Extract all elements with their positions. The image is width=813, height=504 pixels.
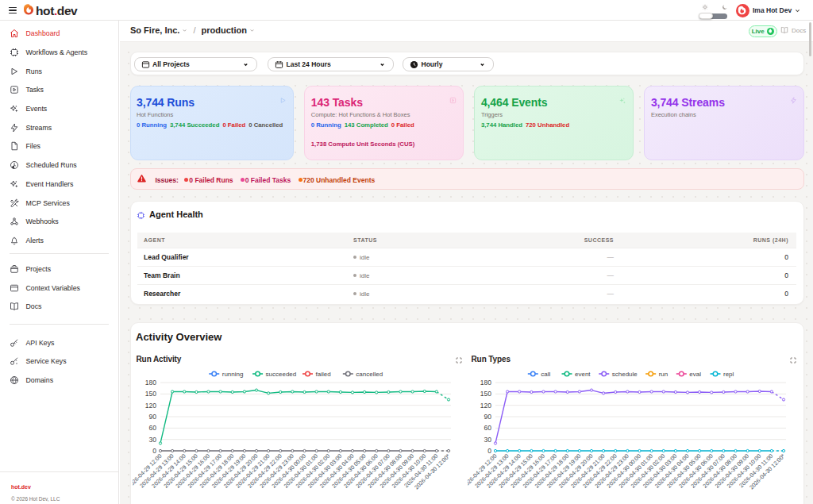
svg-text:repl: repl [723,371,734,378]
svg-text:run: run [659,371,669,378]
svg-text:180: 180 [480,379,491,387]
svg-text:60: 60 [149,424,157,432]
svg-text:30: 30 [149,436,157,444]
svg-text:150: 150 [480,390,491,398]
svg-text:150: 150 [145,390,156,398]
svg-text:120: 120 [480,402,491,410]
svg-text:120: 120 [145,402,156,410]
svg-text:failed: failed [316,371,331,378]
svg-text:schedule: schedule [612,371,638,378]
svg-text:30: 30 [484,436,492,444]
svg-text:call: call [541,371,550,378]
svg-text:90: 90 [484,413,492,421]
svg-text:running: running [222,371,244,378]
svg-text:cancelled: cancelled [356,371,383,378]
svg-text:90: 90 [149,413,157,421]
svg-text:180: 180 [145,379,156,387]
svg-text:eval: eval [689,371,701,378]
svg-text:succeeded: succeeded [266,371,297,378]
svg-text:event: event [575,371,591,378]
svg-text:60: 60 [484,424,492,432]
